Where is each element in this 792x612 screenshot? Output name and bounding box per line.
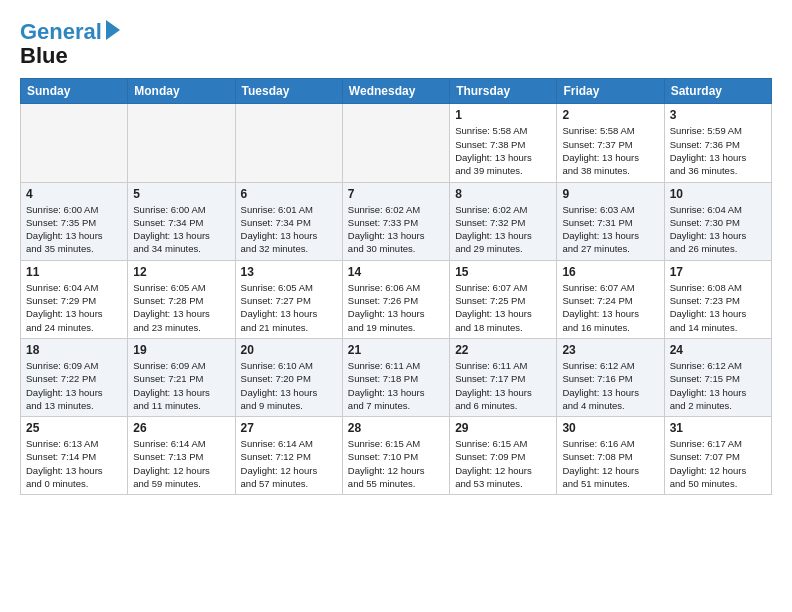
calendar-cell-10: 10Sunrise: 6:04 AMSunset: 7:30 PMDayligh… bbox=[664, 182, 771, 260]
day-number: 29 bbox=[455, 421, 551, 435]
day-number: 26 bbox=[133, 421, 229, 435]
day-info: Sunrise: 6:13 AMSunset: 7:14 PMDaylight:… bbox=[26, 437, 122, 490]
day-info: Sunrise: 6:09 AMSunset: 7:21 PMDaylight:… bbox=[133, 359, 229, 412]
day-info: Sunrise: 5:58 AMSunset: 7:38 PMDaylight:… bbox=[455, 124, 551, 177]
day-number: 24 bbox=[670, 343, 766, 357]
page-header: General Blue bbox=[20, 20, 772, 68]
day-info: Sunrise: 6:05 AMSunset: 7:28 PMDaylight:… bbox=[133, 281, 229, 334]
day-info: Sunrise: 6:06 AMSunset: 7:26 PMDaylight:… bbox=[348, 281, 444, 334]
day-info: Sunrise: 6:03 AMSunset: 7:31 PMDaylight:… bbox=[562, 203, 658, 256]
day-info: Sunrise: 6:12 AMSunset: 7:15 PMDaylight:… bbox=[670, 359, 766, 412]
day-info: Sunrise: 6:02 AMSunset: 7:33 PMDaylight:… bbox=[348, 203, 444, 256]
day-number: 18 bbox=[26, 343, 122, 357]
day-number: 31 bbox=[670, 421, 766, 435]
calendar-cell-13: 13Sunrise: 6:05 AMSunset: 7:27 PMDayligh… bbox=[235, 260, 342, 338]
weekday-header-wednesday: Wednesday bbox=[342, 79, 449, 104]
day-info: Sunrise: 6:00 AMSunset: 7:35 PMDaylight:… bbox=[26, 203, 122, 256]
day-number: 11 bbox=[26, 265, 122, 279]
calendar-cell-9: 9Sunrise: 6:03 AMSunset: 7:31 PMDaylight… bbox=[557, 182, 664, 260]
calendar-cell-24: 24Sunrise: 6:12 AMSunset: 7:15 PMDayligh… bbox=[664, 338, 771, 416]
day-number: 23 bbox=[562, 343, 658, 357]
calendar-week-2: 4Sunrise: 6:00 AMSunset: 7:35 PMDaylight… bbox=[21, 182, 772, 260]
day-number: 15 bbox=[455, 265, 551, 279]
day-number: 7 bbox=[348, 187, 444, 201]
day-info: Sunrise: 6:14 AMSunset: 7:13 PMDaylight:… bbox=[133, 437, 229, 490]
day-number: 6 bbox=[241, 187, 337, 201]
calendar-cell-20: 20Sunrise: 6:10 AMSunset: 7:20 PMDayligh… bbox=[235, 338, 342, 416]
calendar-cell-19: 19Sunrise: 6:09 AMSunset: 7:21 PMDayligh… bbox=[128, 338, 235, 416]
calendar-cell-3: 3Sunrise: 5:59 AMSunset: 7:36 PMDaylight… bbox=[664, 104, 771, 182]
calendar-cell-8: 8Sunrise: 6:02 AMSunset: 7:32 PMDaylight… bbox=[450, 182, 557, 260]
calendar-cell-5: 5Sunrise: 6:00 AMSunset: 7:34 PMDaylight… bbox=[128, 182, 235, 260]
calendar-body: 1Sunrise: 5:58 AMSunset: 7:38 PMDaylight… bbox=[21, 104, 772, 495]
calendar-cell-empty bbox=[128, 104, 235, 182]
weekday-header-tuesday: Tuesday bbox=[235, 79, 342, 104]
calendar-cell-empty bbox=[21, 104, 128, 182]
logo-blue: Blue bbox=[20, 44, 68, 68]
day-info: Sunrise: 6:12 AMSunset: 7:16 PMDaylight:… bbox=[562, 359, 658, 412]
day-number: 13 bbox=[241, 265, 337, 279]
day-info: Sunrise: 6:10 AMSunset: 7:20 PMDaylight:… bbox=[241, 359, 337, 412]
calendar-cell-12: 12Sunrise: 6:05 AMSunset: 7:28 PMDayligh… bbox=[128, 260, 235, 338]
calendar-cell-1: 1Sunrise: 5:58 AMSunset: 7:38 PMDaylight… bbox=[450, 104, 557, 182]
weekday-header-sunday: Sunday bbox=[21, 79, 128, 104]
calendar-header-row: SundayMondayTuesdayWednesdayThursdayFrid… bbox=[21, 79, 772, 104]
day-info: Sunrise: 6:05 AMSunset: 7:27 PMDaylight:… bbox=[241, 281, 337, 334]
calendar-cell-23: 23Sunrise: 6:12 AMSunset: 7:16 PMDayligh… bbox=[557, 338, 664, 416]
calendar-cell-28: 28Sunrise: 6:15 AMSunset: 7:10 PMDayligh… bbox=[342, 417, 449, 495]
calendar-cell-14: 14Sunrise: 6:06 AMSunset: 7:26 PMDayligh… bbox=[342, 260, 449, 338]
day-number: 4 bbox=[26, 187, 122, 201]
day-info: Sunrise: 6:08 AMSunset: 7:23 PMDaylight:… bbox=[670, 281, 766, 334]
day-info: Sunrise: 6:15 AMSunset: 7:09 PMDaylight:… bbox=[455, 437, 551, 490]
calendar-cell-7: 7Sunrise: 6:02 AMSunset: 7:33 PMDaylight… bbox=[342, 182, 449, 260]
day-number: 5 bbox=[133, 187, 229, 201]
day-info: Sunrise: 6:02 AMSunset: 7:32 PMDaylight:… bbox=[455, 203, 551, 256]
logo: General Blue bbox=[20, 20, 120, 68]
calendar-cell-31: 31Sunrise: 6:17 AMSunset: 7:07 PMDayligh… bbox=[664, 417, 771, 495]
day-info: Sunrise: 6:11 AMSunset: 7:18 PMDaylight:… bbox=[348, 359, 444, 412]
calendar-week-1: 1Sunrise: 5:58 AMSunset: 7:38 PMDaylight… bbox=[21, 104, 772, 182]
day-number: 22 bbox=[455, 343, 551, 357]
day-number: 20 bbox=[241, 343, 337, 357]
calendar-cell-4: 4Sunrise: 6:00 AMSunset: 7:35 PMDaylight… bbox=[21, 182, 128, 260]
day-info: Sunrise: 5:59 AMSunset: 7:36 PMDaylight:… bbox=[670, 124, 766, 177]
day-number: 1 bbox=[455, 108, 551, 122]
day-number: 16 bbox=[562, 265, 658, 279]
calendar-table: SundayMondayTuesdayWednesdayThursdayFrid… bbox=[20, 78, 772, 495]
day-info: Sunrise: 6:00 AMSunset: 7:34 PMDaylight:… bbox=[133, 203, 229, 256]
calendar-cell-30: 30Sunrise: 6:16 AMSunset: 7:08 PMDayligh… bbox=[557, 417, 664, 495]
day-number: 19 bbox=[133, 343, 229, 357]
day-info: Sunrise: 5:58 AMSunset: 7:37 PMDaylight:… bbox=[562, 124, 658, 177]
day-info: Sunrise: 6:04 AMSunset: 7:29 PMDaylight:… bbox=[26, 281, 122, 334]
day-number: 25 bbox=[26, 421, 122, 435]
calendar-week-4: 18Sunrise: 6:09 AMSunset: 7:22 PMDayligh… bbox=[21, 338, 772, 416]
day-number: 12 bbox=[133, 265, 229, 279]
day-info: Sunrise: 6:17 AMSunset: 7:07 PMDaylight:… bbox=[670, 437, 766, 490]
day-info: Sunrise: 6:16 AMSunset: 7:08 PMDaylight:… bbox=[562, 437, 658, 490]
day-info: Sunrise: 6:11 AMSunset: 7:17 PMDaylight:… bbox=[455, 359, 551, 412]
calendar-cell-29: 29Sunrise: 6:15 AMSunset: 7:09 PMDayligh… bbox=[450, 417, 557, 495]
day-number: 17 bbox=[670, 265, 766, 279]
day-info: Sunrise: 6:14 AMSunset: 7:12 PMDaylight:… bbox=[241, 437, 337, 490]
logo-general: General bbox=[20, 19, 102, 44]
day-number: 8 bbox=[455, 187, 551, 201]
calendar-cell-11: 11Sunrise: 6:04 AMSunset: 7:29 PMDayligh… bbox=[21, 260, 128, 338]
calendar-cell-16: 16Sunrise: 6:07 AMSunset: 7:24 PMDayligh… bbox=[557, 260, 664, 338]
calendar-cell-25: 25Sunrise: 6:13 AMSunset: 7:14 PMDayligh… bbox=[21, 417, 128, 495]
day-number: 9 bbox=[562, 187, 658, 201]
day-info: Sunrise: 6:15 AMSunset: 7:10 PMDaylight:… bbox=[348, 437, 444, 490]
day-info: Sunrise: 6:07 AMSunset: 7:24 PMDaylight:… bbox=[562, 281, 658, 334]
weekday-header-thursday: Thursday bbox=[450, 79, 557, 104]
day-info: Sunrise: 6:04 AMSunset: 7:30 PMDaylight:… bbox=[670, 203, 766, 256]
day-number: 10 bbox=[670, 187, 766, 201]
calendar-cell-27: 27Sunrise: 6:14 AMSunset: 7:12 PMDayligh… bbox=[235, 417, 342, 495]
calendar-cell-21: 21Sunrise: 6:11 AMSunset: 7:18 PMDayligh… bbox=[342, 338, 449, 416]
weekday-header-monday: Monday bbox=[128, 79, 235, 104]
day-number: 14 bbox=[348, 265, 444, 279]
calendar-cell-26: 26Sunrise: 6:14 AMSunset: 7:13 PMDayligh… bbox=[128, 417, 235, 495]
calendar-cell-22: 22Sunrise: 6:11 AMSunset: 7:17 PMDayligh… bbox=[450, 338, 557, 416]
day-number: 21 bbox=[348, 343, 444, 357]
day-info: Sunrise: 6:07 AMSunset: 7:25 PMDaylight:… bbox=[455, 281, 551, 334]
calendar-cell-17: 17Sunrise: 6:08 AMSunset: 7:23 PMDayligh… bbox=[664, 260, 771, 338]
day-info: Sunrise: 6:09 AMSunset: 7:22 PMDaylight:… bbox=[26, 359, 122, 412]
